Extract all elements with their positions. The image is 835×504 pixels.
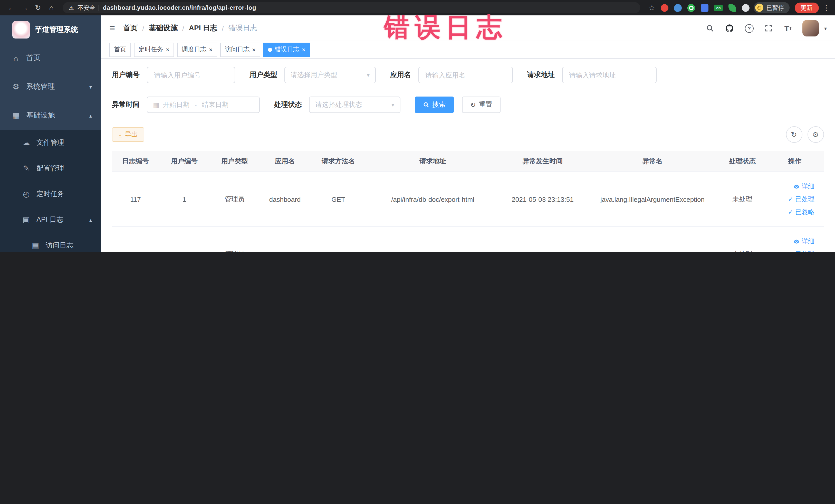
warning-icon: ⚠	[69, 4, 74, 11]
url-text[interactable]: dashboard.yudao.iocoder.cn/infra/log/api…	[103, 4, 256, 11]
request-url-input[interactable]	[568, 70, 650, 79]
refresh-icon: ↻	[470, 101, 476, 108]
fullscreen-icon[interactable]	[763, 23, 774, 33]
user-avatar[interactable]	[803, 20, 819, 37]
sidebar-item-label: 基础设施	[26, 111, 55, 120]
column-header: 请求方法名	[310, 151, 367, 172]
font-size-icon[interactable]: TT	[783, 23, 793, 33]
home-icon[interactable]: ⌂	[45, 2, 58, 14]
toolbar-row: ↓ 导出 ↻ ⚙	[112, 126, 824, 143]
sidebar-item-home[interactable]: ⌂ 首页	[0, 44, 101, 73]
home-icon: ⌂	[11, 54, 21, 62]
close-icon[interactable]: ×	[252, 46, 256, 53]
user-id-input[interactable]	[153, 70, 229, 79]
search-button[interactable]: 搜索	[415, 97, 454, 113]
extension-icon[interactable]	[661, 4, 668, 12]
smiley-avatar-icon: ☺	[755, 4, 763, 12]
breadcrumb-item[interactable]: 基础设施	[149, 24, 178, 33]
cell-process-status: 未处理	[719, 227, 766, 252]
sidebar-item-scheduled-tasks[interactable]: ◴ 定时任务	[0, 181, 101, 207]
cell-actions: 详细 ✓已处理 ✓已忽略	[766, 172, 824, 227]
table-row: 117 1 管理员 dashboard GET /api/infra/db-do…	[112, 172, 824, 227]
filter-exception-time: 异常时间 ▦ 开始日期 - 结束日期	[112, 97, 260, 113]
hamburger-icon[interactable]: ≡	[109, 23, 115, 34]
cell-log-id: 117	[112, 172, 159, 227]
download-icon: ↓	[119, 131, 122, 138]
tag-label: 错误日志	[274, 45, 299, 54]
filter-label: 异常时间	[112, 100, 140, 109]
export-button[interactable]: ↓ 导出	[112, 127, 144, 142]
user-id-input-wrap	[147, 67, 235, 83]
sidebar-item-system-management[interactable]: ⚙ 系统管理 ▾	[0, 73, 101, 101]
extension-icon[interactable]	[729, 4, 736, 12]
sidebar-item-infrastructure[interactable]: ▦ 基础设施 ▴	[0, 101, 101, 130]
sidebar-item-api-log[interactable]: ▣ API 日志 ▴	[0, 207, 101, 233]
address-bar[interactable]: ⚠ 不安全 dashboard.yudao.iocoder.cn/infra/l…	[63, 2, 640, 13]
reset-button[interactable]: ↻ 重置	[462, 97, 501, 113]
extension-icon[interactable]: on	[714, 4, 723, 11]
extension-icon[interactable]	[687, 4, 695, 12]
extension-icon[interactable]	[674, 4, 682, 12]
search-icon[interactable]	[705, 23, 715, 33]
check-icon: ✓	[788, 251, 793, 252]
api-log-icon: ▣	[22, 215, 31, 224]
chevron-down-icon: ▾	[367, 72, 370, 78]
file-icon: ☁	[22, 138, 31, 147]
update-button[interactable]: 更新	[794, 2, 819, 13]
tag-error-log[interactable]: 错误日志 ×	[263, 42, 310, 57]
breadcrumb-separator: /	[222, 24, 224, 32]
kebab-menu-icon[interactable]: ⋮	[823, 4, 830, 12]
column-settings-button[interactable]: ⚙	[807, 126, 824, 143]
close-icon[interactable]: ×	[166, 46, 169, 53]
mark-ignored-link[interactable]: ✓已忽略	[769, 206, 814, 219]
security-label[interactable]: 不安全	[78, 4, 95, 12]
process-status-select[interactable]: 请选择处理状态 ▾	[309, 97, 401, 113]
close-icon[interactable]: ×	[209, 46, 212, 53]
app-name-input[interactable]	[424, 70, 506, 79]
date-range-picker[interactable]: ▦ 开始日期 - 结束日期	[147, 97, 260, 113]
column-header: 应用名	[260, 151, 310, 172]
sidebar: 芋道管理系统 ⌂ 首页 ⚙ 系统管理 ▾ ▦ 基础设施 ▴ ☁	[0, 15, 101, 252]
select-placeholder: 请选择处理状态	[315, 100, 362, 109]
user-type-select[interactable]: 请选择用户类型 ▾	[284, 67, 376, 83]
tag-schedule-log[interactable]: 调度日志 ×	[177, 42, 217, 57]
sidebar-item-label: 首页	[26, 54, 41, 63]
refresh-table-button[interactable]: ↻	[786, 126, 802, 143]
detail-link[interactable]: 详细	[769, 180, 814, 193]
forward-icon[interactable]: →	[19, 2, 31, 14]
mark-processed-link[interactable]: ✓已处理	[769, 248, 814, 252]
filter-user-type: 用户类型 请选择用户类型 ▾	[249, 67, 376, 83]
close-icon[interactable]: ×	[302, 46, 305, 53]
breadcrumb-separator: /	[142, 24, 144, 32]
cell-log-id: 116	[112, 227, 159, 252]
tag-access-log[interactable]: 访问日志 ×	[220, 42, 260, 57]
reload-icon[interactable]: ↻	[32, 2, 44, 14]
select-placeholder: 请选择用户类型	[290, 70, 337, 80]
bookmark-star-icon[interactable]: ☆	[649, 4, 655, 12]
cell-app-name: dashboard	[260, 172, 310, 227]
profile-chip[interactable]: ☺ 已暂停	[754, 2, 789, 13]
column-header: 用户编号	[159, 151, 209, 172]
tag-label: 访问日志	[225, 45, 249, 54]
github-icon[interactable]	[725, 23, 735, 33]
error-log-table: 日志编号 用户编号 用户类型 应用名 请求方法名 请求地址 异常发生时间 异常名…	[112, 151, 824, 252]
help-icon[interactable]: ?	[744, 23, 754, 33]
avatar-caret-icon[interactable]: ▾	[824, 25, 827, 31]
sidebar-menu: ⌂ 首页 ⚙ 系统管理 ▾ ▦ 基础设施 ▴ ☁ 文件管理	[0, 44, 101, 252]
tag-home[interactable]: 首页	[109, 42, 131, 57]
extension-icon[interactable]	[701, 4, 709, 12]
sidebar-item-access-log[interactable]: ▤ 访问日志	[0, 233, 101, 252]
sidebar-item-config-management[interactable]: ✎ 配置管理	[0, 156, 101, 181]
detail-link[interactable]: 详细	[769, 235, 814, 248]
mark-processed-link[interactable]: ✓已处理	[769, 193, 814, 206]
check-icon: ✓	[788, 196, 793, 202]
breadcrumb-item[interactable]: API 日志	[189, 24, 217, 33]
back-icon[interactable]: ←	[5, 2, 18, 14]
extension-icon[interactable]	[742, 4, 750, 12]
tag-scheduled-tasks[interactable]: 定时任务 ×	[134, 42, 174, 57]
sidebar-item-file-management[interactable]: ☁ 文件管理	[0, 130, 101, 156]
app-logo[interactable]: 芋道管理系统	[0, 15, 101, 44]
breadcrumb-item[interactable]: 首页	[123, 24, 138, 33]
action-label: 详细	[802, 235, 814, 248]
app-root: ← → ↻ ⌂ ⚠ 不安全 dashboard.yudao.iocoder.cn…	[0, 0, 835, 252]
